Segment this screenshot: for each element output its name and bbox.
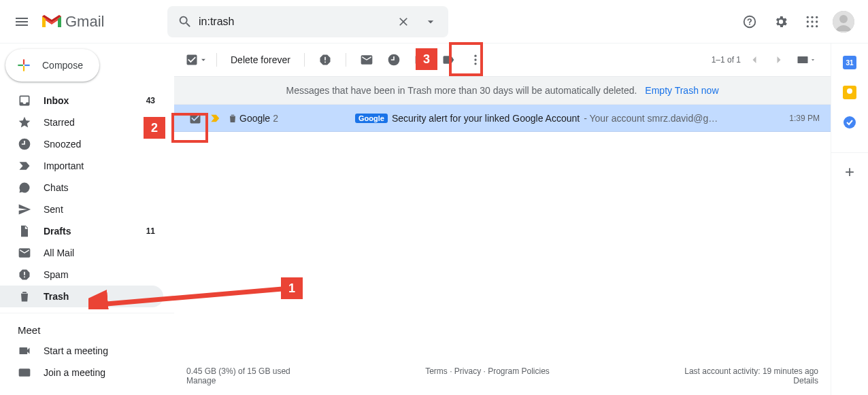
keyb-icon <box>18 366 31 379</box>
more-icon[interactable] <box>462 46 489 73</box>
main-panel: Delete forever 1–1 of 1 <box>174 44 831 395</box>
svg-point-1 <box>811 16 813 18</box>
select-all-checkbox[interactable] <box>185 53 210 67</box>
clear-search-icon[interactable] <box>390 15 417 29</box>
keep-addon-icon[interactable] <box>843 86 856 99</box>
input-tools-icon[interactable] <box>792 46 820 73</box>
footer-center-links[interactable]: Terms · Privacy · Program Policies <box>425 366 550 385</box>
svg-point-8 <box>816 25 818 27</box>
important-marker-icon[interactable] <box>205 112 226 124</box>
meet-heading: Meet <box>0 313 174 340</box>
trash-banner: Messages that have been in Trash more th… <box>174 76 831 105</box>
support-icon[interactable] <box>736 8 763 35</box>
cam-icon <box>18 344 31 358</box>
trash-indicator-icon <box>226 113 239 124</box>
send-icon <box>18 203 31 216</box>
tasks-addon-icon[interactable] <box>843 116 856 129</box>
sidebar-item-sent[interactable]: Sent <box>0 199 163 220</box>
main-menu-button[interactable] <box>5 5 38 38</box>
email-row[interactable]: Google 2GoogleSecurity alert for your li… <box>174 105 831 132</box>
last-activity-text: Last account activity: 19 minutes ago <box>684 366 818 376</box>
sidebar-item-important[interactable]: Important <box>0 155 163 177</box>
gmail-wordmark: Gmail <box>65 13 104 31</box>
svg-point-18 <box>847 88 852 94</box>
category-chip: Google <box>355 114 388 123</box>
header-right-icons <box>736 8 863 35</box>
gmail-m-icon <box>41 14 63 30</box>
svg-point-3 <box>807 20 809 22</box>
thread-count: 2 <box>273 113 278 124</box>
get-addons-icon[interactable]: + <box>831 152 868 182</box>
gmail-logo[interactable]: Gmail <box>38 13 161 31</box>
search-icon[interactable] <box>171 14 199 29</box>
plus-icon <box>15 56 33 74</box>
search-bar <box>167 6 448 37</box>
report-spam-icon[interactable] <box>312 46 339 73</box>
inbox-icon <box>18 94 31 107</box>
search-options-dropdown-icon[interactable] <box>417 15 444 29</box>
svg-rect-14 <box>798 56 808 63</box>
empty-trash-link[interactable]: Empty Trash now <box>645 85 718 96</box>
account-avatar[interactable] <box>833 11 854 33</box>
prev-page-icon[interactable] <box>744 49 765 71</box>
sidebar-item-chats[interactable]: Chats <box>0 177 163 199</box>
subject-text: Security alert for your linked Google Ac… <box>392 113 580 124</box>
sidebar-item-starred[interactable]: Starred <box>0 111 163 133</box>
storage-text: 0.45 GB (3%) of 15 GB used <box>186 366 290 376</box>
svg-point-12 <box>474 58 476 61</box>
svg-point-2 <box>816 16 818 18</box>
svg-point-5 <box>816 20 818 22</box>
clock-icon <box>18 137 31 151</box>
pagination-range: 1–1 of 1 <box>712 55 741 65</box>
draft-icon <box>18 224 31 238</box>
preview-text: - Your account smrz.david@g… <box>584 113 718 124</box>
sidebar-item-drafts[interactable]: Drafts11 <box>0 220 163 242</box>
svg-point-11 <box>474 55 476 57</box>
app-header: Gmail <box>0 0 868 44</box>
timestamp: 1:39 PM <box>772 114 820 123</box>
important-icon <box>18 159 31 173</box>
toolbar: Delete forever 1–1 of 1 <box>174 44 831 76</box>
svg-point-19 <box>844 116 856 128</box>
delete-forever-button[interactable]: Delete forever <box>224 54 297 65</box>
manage-storage-link[interactable]: Manage <box>186 376 216 385</box>
compose-button[interactable]: Compose <box>5 49 99 82</box>
sidebar-item-snoozed[interactable]: Snoozed <box>0 133 163 155</box>
settings-gear-icon[interactable] <box>767 8 795 35</box>
search-input[interactable] <box>199 16 390 28</box>
move-to-icon[interactable] <box>407 46 435 73</box>
sidebar-item-trash[interactable]: Trash <box>0 286 163 307</box>
next-page-icon[interactable] <box>768 49 790 71</box>
svg-text:31: 31 <box>846 59 854 67</box>
sidebar: Compose Inbox43StarredSnoozedImportantCh… <box>0 44 174 395</box>
svg-point-13 <box>474 63 476 65</box>
svg-point-7 <box>811 25 813 27</box>
svg-point-6 <box>807 25 809 27</box>
mark-unread-icon[interactable] <box>353 46 380 73</box>
chat-icon <box>18 181 31 194</box>
sender-name: Google <box>239 113 270 124</box>
row-checkbox[interactable] <box>185 111 205 125</box>
snooze-icon[interactable] <box>380 46 407 73</box>
banner-text: Messages that have been in Trash more th… <box>286 85 637 96</box>
google-apps-icon[interactable] <box>799 8 826 35</box>
svg-point-4 <box>811 20 813 22</box>
labels-icon[interactable] <box>435 46 462 73</box>
meet-start-a-meeting[interactable]: Start a meeting <box>0 340 163 362</box>
svg-point-10 <box>839 15 848 23</box>
details-link[interactable]: Details <box>793 376 818 385</box>
spam-icon <box>18 268 31 281</box>
svg-point-0 <box>807 16 809 18</box>
calendar-addon-icon[interactable]: 31 <box>843 56 856 69</box>
star-icon <box>18 116 31 129</box>
footer: 0.45 GB (3%) of 15 GB used Manage Terms … <box>174 357 831 395</box>
allmail-icon <box>18 246 31 260</box>
trash-icon <box>18 290 31 303</box>
meet-join-a-meeting[interactable]: Join a meeting <box>0 362 163 383</box>
side-panel: 31 + <box>831 44 868 395</box>
sidebar-item-spam[interactable]: Spam <box>0 264 163 286</box>
sidebar-item-inbox[interactable]: Inbox43 <box>0 90 163 111</box>
compose-label: Compose <box>42 60 83 71</box>
sidebar-item-all-mail[interactable]: All Mail <box>0 242 163 264</box>
